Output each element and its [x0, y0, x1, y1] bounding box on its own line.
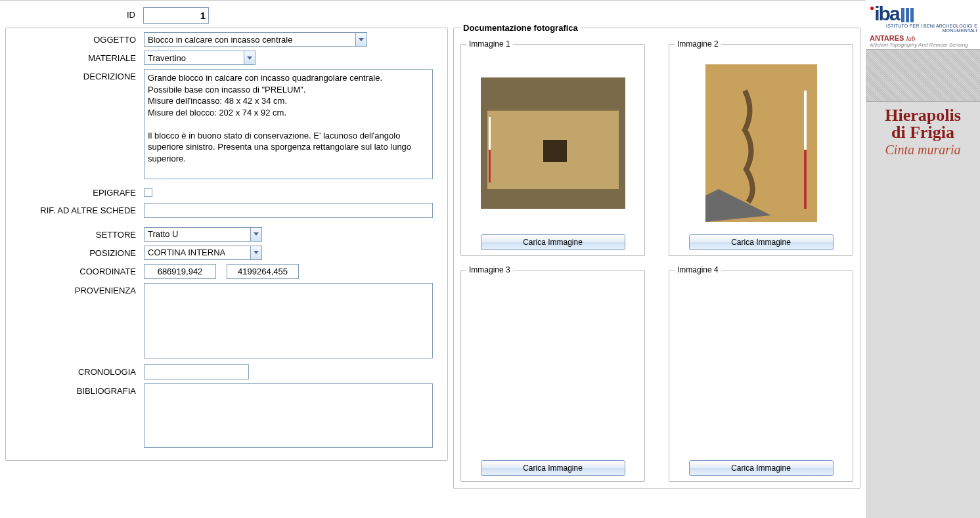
logo-area: ●iba ISTITUTO PER I BENI ARCHEOLOGICI E …	[866, 0, 980, 49]
id-label: ID	[5, 7, 143, 20]
photo-section: Documentazione fotografica Immagine 1	[453, 23, 860, 489]
ibam-subtext: ISTITUTO PER I BENI ARCHEOLOGICI E MONUM…	[870, 24, 977, 33]
load-image-4-button[interactable]: Carica Immagine	[689, 460, 834, 476]
site-subtitle: Cinta muraria	[866, 142, 980, 158]
load-image-1-button[interactable]: Carica Immagine	[481, 234, 625, 250]
image-slot-2: Immagine 2 Carica Immagine	[669, 39, 853, 256]
rif-input[interactable]	[144, 203, 433, 218]
cronologia-input[interactable]	[144, 364, 249, 379]
site-title-2: di Frigia	[866, 124, 980, 141]
photo-section-title: Documentazione fotografica	[460, 23, 581, 33]
id-input[interactable]	[143, 7, 209, 24]
chevron-down-icon	[244, 51, 255, 64]
side-panel: ●iba ISTITUTO PER I BENI ARCHEOLOGICI E …	[866, 0, 980, 518]
image-slot-2-legend: Immagine 2	[675, 39, 721, 49]
epigrafe-checkbox[interactable]	[144, 188, 152, 197]
main-form-area: ID OGGETTO Blocco in calcare con incasso…	[0, 0, 866, 518]
image-slot-1: Immagine 1 Carica Immagine	[460, 39, 645, 256]
image-1-thumbnail[interactable]	[466, 54, 639, 232]
bibliografia-label: BIBLIOGRAFIA	[6, 383, 144, 396]
settore-label: SETTORE	[6, 227, 144, 240]
image-slot-3: Immagine 3 Carica Immagine	[460, 265, 645, 482]
svg-rect-5	[489, 117, 491, 150]
image-3-thumbnail[interactable]	[466, 280, 639, 458]
oggetto-label: OGGETTO	[6, 32, 144, 45]
coord-y-input[interactable]	[227, 264, 299, 279]
decorative-band	[866, 49, 980, 102]
antares-logo: ANTARES lab	[870, 34, 977, 42]
materiale-label: MATERIALE	[6, 51, 144, 63]
image-slot-1-legend: Immagine 1	[466, 39, 513, 49]
load-image-3-button[interactable]: Carica Immagine	[481, 460, 625, 476]
decrizione-textarea[interactable]	[144, 69, 433, 179]
provenienza-label: PROVENIENZA	[6, 283, 144, 295]
ibam-logo: ●iba	[870, 4, 977, 24]
antares-subtext: ANcient Topography And Remote Sensing	[870, 42, 977, 48]
rif-label: Rif. ad altre schede	[6, 203, 144, 215]
chevron-down-icon	[250, 228, 261, 241]
image-slot-4-legend: Immagine 4	[675, 265, 721, 274]
oggetto-select[interactable]: Blocco in calcare con incasso centrale	[144, 32, 367, 47]
posizione-select[interactable]: CORTINA INTERNA	[144, 246, 262, 260]
site-title-1: Hierapolis	[866, 107, 980, 124]
cronologia-label: CRONOLOGIA	[6, 364, 144, 377]
provenienza-textarea[interactable]	[144, 283, 433, 358]
chevron-down-icon	[355, 33, 367, 46]
coord-x-input[interactable]	[144, 264, 216, 279]
coordinate-label: COORDINATE	[6, 264, 144, 276]
photo-column: Documentazione fotografica Immagine 1	[453, 2, 866, 518]
svg-rect-2	[543, 140, 567, 162]
decrizione-label: DECRIZIONE	[6, 69, 144, 81]
materiale-select[interactable]: Travertino	[144, 51, 256, 65]
image-slot-3-legend: Immagine 3	[466, 265, 513, 274]
materiale-value: Travertino	[148, 53, 186, 63]
settore-select[interactable]: Tratto U	[144, 227, 262, 242]
settore-value: Tratto U	[148, 229, 178, 239]
image-slot-4: Immagine 4 Carica Immagine	[669, 265, 853, 482]
image-2-thumbnail[interactable]	[675, 54, 847, 232]
oggetto-value: Blocco in calcare con incasso centrale	[148, 35, 292, 45]
load-image-2-button[interactable]: Carica Immagine	[689, 234, 834, 250]
site-title-block: Hierapolis di Frigia Cinta muraria	[866, 102, 980, 158]
epigrafe-label: EPIGRAFE	[6, 185, 144, 198]
form-column: ID OGGETTO Blocco in calcare con incasso…	[0, 2, 453, 518]
posizione-label: POSIZIONE	[6, 246, 144, 258]
posizione-value: CORTINA INTERNA	[148, 248, 225, 257]
svg-rect-8	[804, 91, 807, 150]
bibliografia-textarea[interactable]	[144, 383, 433, 448]
image-4-thumbnail[interactable]	[675, 280, 847, 458]
chevron-down-icon	[250, 246, 261, 259]
